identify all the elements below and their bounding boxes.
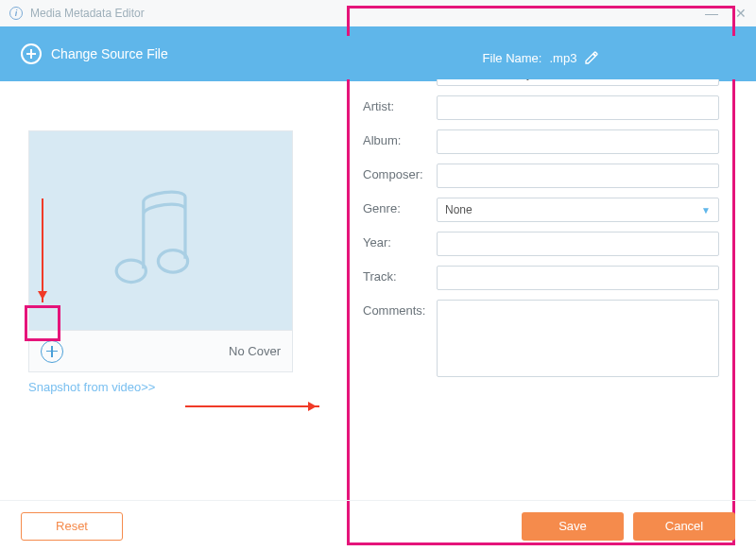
cover-footer: No Cover [29,330,292,371]
no-cover-label: No Cover [229,344,281,358]
close-button[interactable]: ✕ [735,6,747,21]
save-button[interactable]: Save [522,512,624,541]
filename-value: .mp3 [549,51,576,65]
svg-point-1 [158,250,187,272]
music-note-icon [99,181,222,303]
filename-label: File Name: [483,51,542,65]
body: No Cover Snapshot from video>> [0,81,756,500]
filename-bar: File Name: .mp3 [347,36,735,79]
snapshot-from-video-link[interactable]: Snapshot from video>> [28,380,155,394]
info-icon: i [9,7,23,20]
svg-point-0 [116,260,146,282]
reset-button[interactable]: Reset [21,512,123,541]
footer: Reset Save Cancel [0,500,756,551]
annotation-arrow-right [185,405,319,407]
annotation-arrow-down [42,198,43,302]
cover-art-panel: No Cover [28,130,293,372]
edit-icon[interactable] [584,50,599,65]
change-source-label: Change Source File [51,46,168,61]
cancel-button[interactable]: Cancel [633,512,735,541]
change-source-button[interactable]: Change Source File [0,43,168,64]
add-cover-button[interactable] [41,340,63,363]
plus-icon [21,43,42,64]
